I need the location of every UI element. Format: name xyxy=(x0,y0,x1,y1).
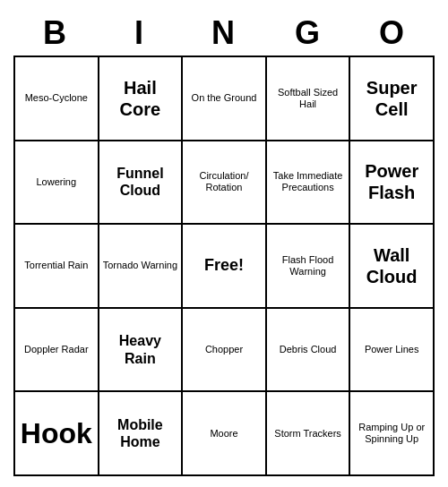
bingo-cell-8: Take Immediate Precautions xyxy=(267,141,351,226)
bingo-cell-23: Storm Trackers xyxy=(267,392,351,476)
header-letter-b: B xyxy=(13,11,98,56)
bingo-header: BINGO xyxy=(13,11,435,56)
bingo-cell-19: Power Lines xyxy=(350,309,435,393)
bingo-cell-14: Wall Cloud xyxy=(350,225,435,309)
bingo-cell-16: Heavy Rain xyxy=(99,309,184,393)
bingo-cell-5: Lowering xyxy=(15,141,99,226)
bingo-cell-1: Hail Core xyxy=(99,57,184,141)
bingo-cell-13: Flash Flood Warning xyxy=(267,225,351,309)
bingo-cell-9: Power Flash xyxy=(350,141,435,226)
bingo-card: BINGO Meso-CycloneHail CoreOn the Ground… xyxy=(13,11,435,476)
bingo-cell-4: Super Cell xyxy=(350,57,435,141)
header-letter-i: I xyxy=(98,11,182,56)
bingo-cell-2: On the Ground xyxy=(183,57,267,141)
bingo-cell-10: Torrential Rain xyxy=(15,225,99,309)
bingo-cell-3: Softball Sized Hail xyxy=(267,57,351,141)
bingo-cell-7: Circulation/ Rotation xyxy=(183,141,267,226)
bingo-cell-24: Ramping Up or Spinning Up xyxy=(350,392,435,476)
bingo-cell-12: Free! xyxy=(183,225,267,309)
bingo-cell-11: Tornado Warning xyxy=(99,225,184,309)
header-letter-g: G xyxy=(266,11,350,56)
bingo-cell-0: Meso-Cyclone xyxy=(15,57,99,141)
bingo-cell-21: Mobile Home xyxy=(99,392,184,476)
bingo-cell-6: Funnel Cloud xyxy=(99,141,184,226)
bingo-cell-17: Chopper xyxy=(183,309,267,393)
header-letter-n: N xyxy=(182,11,266,56)
bingo-grid: Meso-CycloneHail CoreOn the GroundSoftba… xyxy=(13,56,435,476)
header-letter-o: O xyxy=(350,11,435,56)
bingo-cell-22: Moore xyxy=(183,392,267,476)
bingo-cell-20: Hook xyxy=(15,392,99,476)
bingo-cell-15: Doppler Radar xyxy=(15,309,99,393)
bingo-cell-18: Debris Cloud xyxy=(267,309,351,393)
